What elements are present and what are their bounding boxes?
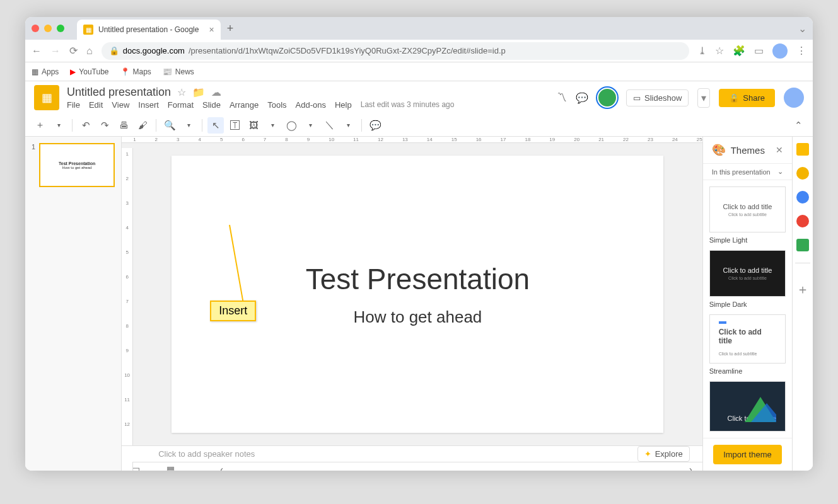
menu-file[interactable]: File <box>67 100 80 110</box>
theme-focus[interactable]: Click to add title <box>709 381 786 432</box>
share-button[interactable]: 🔒 Share <box>719 89 775 107</box>
slide-canvas[interactable]: Test Presentation How to get ahead <box>172 156 663 433</box>
menu-slide[interactable]: Slide <box>202 100 221 110</box>
menu-format[interactable]: Format <box>168 100 194 110</box>
speaker-notes-field[interactable]: Click to add speaker notes <box>146 449 637 459</box>
select-tool[interactable]: ↖ <box>207 117 224 134</box>
new-slide-button[interactable]: ＋ <box>32 117 48 134</box>
focus-theme-shape <box>745 397 776 422</box>
theme-name-streamline: Streamline <box>709 367 786 375</box>
menu-arrange[interactable]: Arrange <box>230 100 259 110</box>
annotation-callout: Insert <box>229 225 230 313</box>
menu-tools[interactable]: Tools <box>267 100 286 110</box>
document-title[interactable]: Untitled presentation <box>67 86 171 99</box>
address-bar[interactable]: 🔒 docs.google.com/presentation/d/1hxWtqw… <box>102 42 689 60</box>
line-dropdown[interactable]: ▾ <box>340 117 356 134</box>
menu-view[interactable]: View <box>112 100 129 110</box>
menu-addons[interactable]: Add-ons <box>296 100 326 110</box>
youtube-bookmark[interactable]: ▶YouTube <box>70 67 108 76</box>
explore-button[interactable]: ✦ Explore <box>637 446 690 462</box>
textbox-tool[interactable]: 🅃 <box>226 117 243 134</box>
slide-number: 1 <box>32 143 35 187</box>
addons-sidebar-button[interactable]: ＋ <box>796 281 809 298</box>
undo-button[interactable]: ↶ <box>78 117 94 134</box>
filmstrip-panel: 1 Test Presentation How to get ahead <box>25 137 122 471</box>
slide-subtitle-text[interactable]: How to get ahead <box>354 307 482 327</box>
activity-dashboard-icon[interactable]: 〽 <box>557 92 567 103</box>
forward-button[interactable]: → <box>50 45 61 57</box>
maps-bookmark[interactable]: 📍Maps <box>120 67 151 76</box>
minimize-window-button[interactable] <box>44 25 52 32</box>
slides-logo[interactable]: ▦ <box>34 85 59 110</box>
theme-simple-light[interactable]: Click to add title Click to add subtitle <box>709 186 786 232</box>
slide-title-text[interactable]: Test Presentation <box>306 262 530 296</box>
maps-sidebar-icon[interactable] <box>796 239 809 251</box>
cloud-status-icon[interactable]: ☁ <box>211 86 221 98</box>
install-app-icon[interactable]: ⤓ <box>698 45 706 57</box>
zoom-button[interactable]: 🔍 <box>161 117 178 134</box>
news-icon: 📰 <box>163 67 172 76</box>
redo-button[interactable]: ↷ <box>96 117 113 134</box>
callout-label: Insert <box>210 301 256 321</box>
youtube-icon: ▶ <box>70 67 76 76</box>
shape-dropdown[interactable]: ▾ <box>302 117 318 134</box>
collapse-filmstrip-button[interactable]: ‹ <box>216 463 227 471</box>
collaborator-avatar[interactable] <box>597 88 617 108</box>
menu-edit[interactable]: Edit <box>89 100 103 110</box>
apps-bookmark[interactable]: ▦Apps <box>32 67 59 76</box>
last-edit-status[interactable]: Last edit was 3 minutes ago <box>361 100 455 110</box>
expand-panel-button[interactable]: › <box>685 463 696 471</box>
import-theme-button[interactable]: Import theme <box>713 445 782 464</box>
browser-tab[interactable]: ▦ Untitled presentation - Google × <box>77 20 221 40</box>
extensions-icon[interactable]: 🧩 <box>733 45 745 57</box>
menu-help[interactable]: Help <box>335 100 352 110</box>
maximize-window-button[interactable] <box>57 25 64 32</box>
home-button[interactable]: ⌂ <box>86 45 93 57</box>
theme-name-simple-dark: Simple Dark <box>709 301 786 308</box>
grid-view-button[interactable]: ▦ <box>163 463 178 471</box>
horizontal-ruler[interactable]: 1234567891011121314151617181920212223242… <box>122 137 702 143</box>
comment-tool[interactable]: 💬 <box>367 117 383 134</box>
vertical-ruler[interactable]: 1234567891011121314 <box>122 148 133 471</box>
line-tool[interactable]: ＼ <box>321 117 337 134</box>
calendar-sidebar-icon[interactable] <box>796 143 809 156</box>
lock-icon: 🔒 <box>109 46 119 55</box>
zoom-dropdown[interactable]: ▾ <box>180 117 197 134</box>
star-bookmark-icon[interactable]: ☆ <box>715 45 724 57</box>
contacts-sidebar-icon[interactable] <box>796 215 809 227</box>
themes-presentation-section[interactable]: In this presentation ⌄ <box>703 163 792 180</box>
print-button[interactable]: 🖶 <box>115 117 132 134</box>
reload-button[interactable]: ⟳ <box>69 45 78 57</box>
tasks-sidebar-icon[interactable] <box>796 191 809 203</box>
new-tab-button[interactable]: + <box>227 22 234 35</box>
theme-streamline[interactable]: Click to add title Click to add subtitle <box>709 314 786 364</box>
close-tab-icon[interactable]: × <box>209 25 214 35</box>
browser-menu-icon[interactable]: ⋮ <box>796 45 806 57</box>
themes-icon: 🎨 <box>712 143 726 157</box>
image-dropdown[interactable]: ▾ <box>264 117 281 134</box>
account-avatar[interactable] <box>784 88 804 108</box>
theme-simple-dark[interactable]: Click to add title Click to add subtitle <box>709 250 786 296</box>
star-document-icon[interactable]: ☆ <box>177 86 186 98</box>
close-window-button[interactable] <box>32 25 39 32</box>
close-themes-panel[interactable]: ✕ <box>776 145 783 155</box>
image-tool[interactable]: 🖼 <box>245 117 262 134</box>
chevron-down-icon: ⌄ <box>777 168 783 176</box>
new-slide-dropdown[interactable]: ▾ <box>50 117 67 134</box>
keep-sidebar-icon[interactable] <box>796 167 809 180</box>
reader-mode-icon[interactable]: ▭ <box>754 45 764 57</box>
slideshow-dropdown[interactable]: ▾ <box>697 88 710 108</box>
slide-thumbnail-1[interactable]: Test Presentation How to get ahead <box>39 143 115 187</box>
theme-name-simple-light: Simple Light <box>709 236 786 244</box>
slideshow-button[interactable]: ▭ Slideshow <box>626 89 689 106</box>
profile-avatar[interactable] <box>772 43 788 59</box>
menu-insert[interactable]: Insert <box>138 100 159 110</box>
hide-menus-icon[interactable]: ⌃ <box>790 117 806 134</box>
paint-format-button[interactable]: 🖌 <box>134 117 151 134</box>
comments-icon[interactable]: 💬 <box>576 92 588 104</box>
shape-tool[interactable]: ◯ <box>283 117 300 134</box>
news-bookmark[interactable]: 📰News <box>163 67 194 76</box>
chevron-down-icon[interactable]: ⌄ <box>798 23 806 35</box>
move-document-icon[interactable]: 📁 <box>192 86 205 98</box>
back-button[interactable]: ← <box>32 45 42 57</box>
